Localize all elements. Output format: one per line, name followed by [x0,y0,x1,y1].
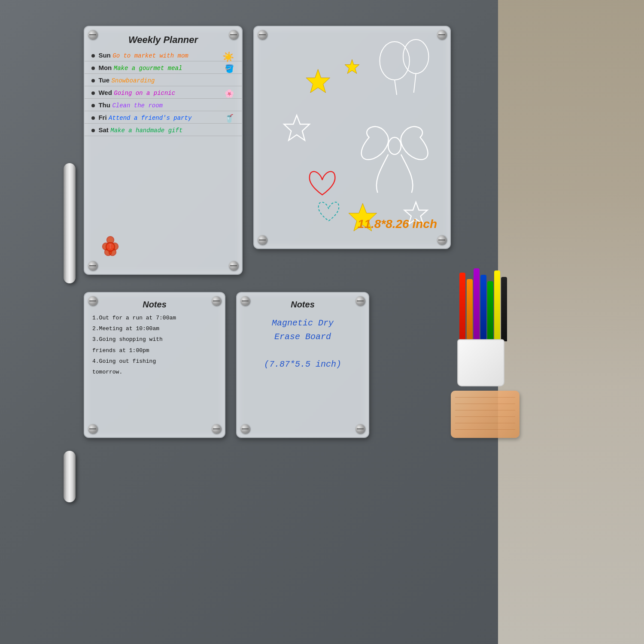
cup-icon: 🥤 [225,114,234,123]
svg-line-8 [395,80,397,95]
svg-marker-10 [306,69,330,93]
svg-line-9 [414,73,416,93]
marker-black [501,277,507,341]
bullet-mon [91,67,95,70]
bullet-thu [91,104,95,107]
drawing-screw-tr [437,30,447,39]
marker-orange [467,279,473,341]
notes2-screw-tr [355,296,365,306]
screw-br [229,261,238,270]
bullet-sun [91,54,95,58]
cloth-eraser [451,391,519,438]
day-row-mon: Mon Make a gourmet meal 🪣 [85,61,242,74]
day-label-fri: Fri [98,114,106,121]
day-label-mon: Mon [98,64,112,71]
dimension-text: 11.8*8.26 inch [358,217,437,231]
markers-cup-body [457,339,504,386]
magnetic-text-line1: Magnetic Dry [272,318,334,328]
note-line-3: 3.Going shopping with [85,334,225,344]
task-mon: Make a gourmet meal [114,65,182,72]
screw-tr [229,30,238,39]
notes1-screw-tl [88,296,97,306]
weekly-planner-board: Weekly Planner Sun Go to market with mom… [84,26,243,275]
day-label-tue: Tue [98,76,109,84]
markers-cup-container [449,253,517,386]
notes2-screw-tl [240,296,250,306]
day-label-sun: Sun [98,52,110,59]
day-row-sun: Sun Go to market with mom ☀️ [85,49,242,61]
kitchen-background [498,0,644,644]
notes1-screw-bl [88,424,97,434]
magnetic-text-line2: Erase Board [274,332,331,342]
day-row-wed: Wed Going on a picnic 🌸 [85,86,242,99]
magnetic-dry-erase-text: Magnetic Dry Erase Board (7.87*5.5 inch) [237,312,368,376]
note-line-4: friends at 1:00pm [85,345,225,355]
note-line-1: 1.Out for a run at 7:00am [85,312,225,323]
bucket-icon: 🪣 [225,64,234,73]
svg-marker-12 [284,115,309,140]
day-row-sat: Sat Make a handmade gift [85,124,242,136]
task-sun: Go to market with mom [112,52,188,59]
drawing-screw-br [437,235,447,245]
task-wed: Going on a picnic [114,90,175,97]
fridge-handle-top [64,163,76,283]
notes-board-2: Notes Magnetic Dry Erase Board (7.87*5.5… [236,292,369,438]
bullet-fri [91,116,95,120]
day-row-tue: Tue Snowboarding [85,74,242,86]
star-yellow-large [306,69,330,93]
svg-point-7 [403,39,428,73]
bullet-sat [91,129,95,132]
day-row-thu: Thu Clean the room [85,99,242,111]
magnetic-text-line3: (7.87*5.5 inch) [264,359,341,369]
weekly-planner-title: Weekly Planner [85,34,242,46]
screw-tl [88,30,97,39]
marker-blue [480,275,486,341]
notes-board-1: Notes 1.Out for a run at 7:00am 2.Meetin… [84,292,225,438]
marker-green [487,281,493,341]
notes1-title: Notes [85,300,225,310]
task-thu: Clean the room [112,102,163,109]
note-line-6: tomorrow. [85,366,225,377]
task-tue: Snowboarding [111,77,155,84]
drawing-screw-tl [258,30,267,39]
day-label-sat: Sat [98,126,108,134]
notes2-screw-bl [240,424,250,434]
flower-doodle [97,231,123,261]
svg-point-5 [106,243,115,251]
screw-bl [88,261,97,270]
day-label-wed: Wed [98,89,112,96]
marker-red [459,273,465,341]
fridge-handle-bottom [64,451,76,502]
drawing-svg [254,27,450,248]
svg-point-13 [388,137,401,155]
drawing-board: 11.8*8.26 inch [253,26,451,249]
svg-marker-11 [345,60,359,74]
bullet-tue [91,79,95,82]
note-line-2: 2.Meeting at 10:00am [85,323,225,334]
day-row-fri: Fri Attend a friend's party 🥤 [85,111,242,124]
notes2-title: Notes [237,300,368,310]
bullet-wed [91,91,95,95]
flower-icon: 🌸 [225,89,234,98]
note-line-5: 4.Going out fishing [85,355,225,366]
notes1-screw-br [212,424,221,434]
task-sat: Make a handmade gift [110,127,182,134]
notes2-screw-br [355,424,365,434]
marker-yellow [494,270,500,341]
day-label-thu: Thu [98,101,110,109]
notes1-screw-tr [212,296,221,306]
marker-purple [474,268,480,341]
task-fri: Attend a friend's party [109,115,191,122]
drawing-screw-bl [258,235,267,245]
